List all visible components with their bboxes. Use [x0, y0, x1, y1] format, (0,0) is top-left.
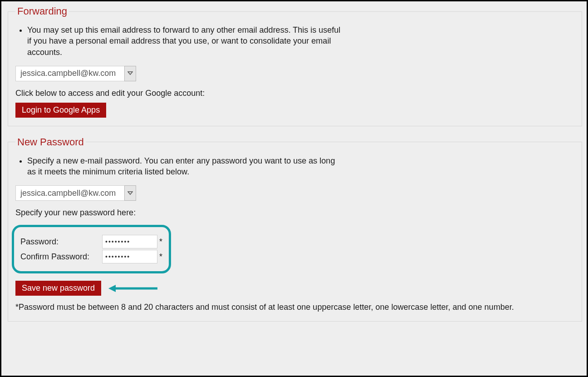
confirm-password-required-mark: *: [159, 252, 162, 262]
password-email-dropdown-button[interactable]: [124, 185, 136, 201]
password-rules-text: *Password must be between 8 and 20 chara…: [15, 302, 574, 313]
forwarding-title: Forwarding: [15, 5, 69, 17]
password-required-mark: *: [159, 237, 162, 247]
specify-password-text: Specify your new password here:: [15, 208, 574, 218]
svg-marker-1: [108, 285, 116, 292]
chevron-down-icon: [127, 188, 133, 198]
password-label: Password:: [20, 237, 102, 247]
password-email-value: jessica.campbell@kw.com: [15, 185, 124, 201]
forwarding-email-value: jessica.campbell@kw.com: [15, 66, 124, 81]
confirm-password-label: Confirm Password:: [20, 252, 102, 262]
password-fields-highlight: Password: * Confirm Password: *: [12, 225, 171, 273]
new-password-description-list: Specify a new e-mail password. You can e…: [15, 155, 574, 178]
google-access-text: Click below to access and edit your Goog…: [15, 89, 574, 98]
save-new-password-button[interactable]: Save new password: [15, 281, 101, 296]
confirm-password-row: Confirm Password: *: [20, 250, 162, 263]
new-password-section: New Password Specify a new e-mail passwo…: [8, 136, 582, 322]
page-container: Forwarding You may set up this email add…: [0, 0, 588, 377]
password-row: Password: *: [20, 235, 162, 248]
forwarding-description-list: You may set up this email address to for…: [15, 25, 574, 58]
forwarding-email-select[interactable]: jessica.campbell@kw.com: [15, 66, 136, 81]
password-email-select[interactable]: jessica.campbell@kw.com: [15, 185, 136, 201]
password-input[interactable]: [102, 235, 157, 248]
login-google-apps-button[interactable]: Login to Google Apps: [15, 103, 106, 118]
confirm-password-input[interactable]: [102, 250, 157, 263]
save-row: Save new password: [15, 281, 574, 296]
chevron-down-icon: [127, 69, 133, 78]
arrow-left-icon: [108, 284, 158, 293]
new-password-title: New Password: [15, 136, 86, 148]
forwarding-section: Forwarding You may set up this email add…: [8, 5, 582, 126]
forwarding-email-dropdown-button[interactable]: [124, 66, 136, 81]
new-password-description: Specify a new e-mail password. You can e…: [27, 155, 345, 178]
forwarding-description: You may set up this email address to for…: [27, 25, 345, 58]
